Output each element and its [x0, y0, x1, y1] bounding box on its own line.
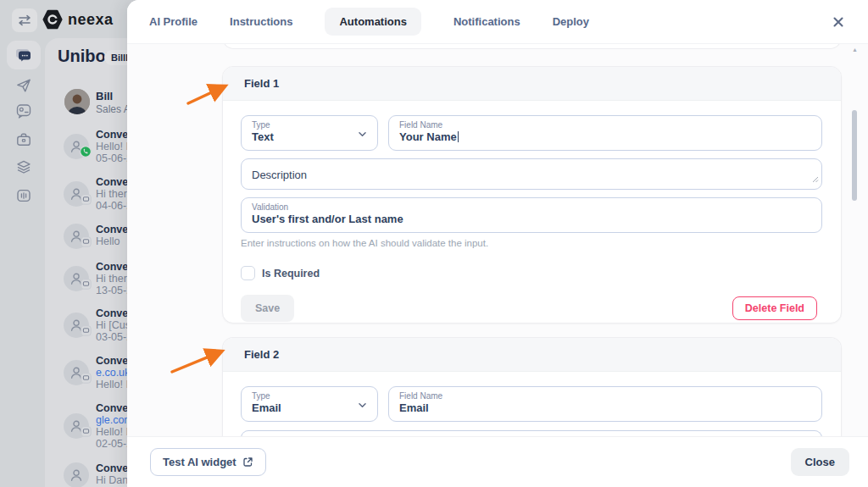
field-card-2: Field 2 Type Email Field Name Email: [222, 337, 842, 436]
brand-name: neexa: [68, 11, 114, 29]
person-avatar-icon: [64, 462, 89, 487]
validation-value: User's first and/or Last name: [252, 213, 811, 226]
neexa-logo-icon: [42, 9, 63, 30]
description-textarea[interactable]: Description: [241, 158, 822, 190]
scrollbar-thumb[interactable]: [852, 110, 857, 201]
scrollbar-up-arrow[interactable]: ▲: [852, 47, 858, 53]
resize-handle-icon[interactable]: [812, 171, 819, 186]
is-required-checkbox[interactable]: [241, 266, 255, 280]
automations-modal: AI Profile Instructions Automations Noti…: [127, 0, 868, 487]
sidebar-item-contacts[interactable]: [7, 97, 41, 125]
validation-input[interactable]: Validation User's first and/or Last name: [241, 197, 822, 233]
tab-deploy[interactable]: Deploy: [553, 15, 589, 28]
previous-card-edge: [222, 44, 842, 49]
description-textarea[interactable]: [241, 430, 822, 436]
save-button[interactable]: Save: [241, 295, 294, 322]
field-name-label: Field Name: [399, 391, 811, 401]
validation-help-text: Enter instructions on how the AI should …: [241, 238, 822, 248]
description-value: Description: [252, 169, 307, 181]
validation-label: Validation: [252, 202, 811, 213]
tab-instructions[interactable]: Instructions: [230, 15, 292, 28]
field-card-header: Field 2: [223, 338, 841, 372]
sidebar-item-widgets[interactable]: [7, 181, 41, 210]
person-avatar-icon: [64, 266, 89, 291]
field-title: Field 1: [244, 77, 279, 90]
person-avatar-icon: [64, 224, 89, 249]
external-link-icon: [242, 457, 253, 468]
tab-ai-profile[interactable]: AI Profile: [149, 15, 198, 28]
widget-icon: [15, 187, 32, 204]
chat-badge-icon: [81, 425, 92, 440]
modal-footer: Test AI widget Close: [127, 436, 868, 487]
type-value: Text: [252, 130, 367, 144]
sidebar-toggle-button[interactable]: [12, 8, 37, 32]
is-required-label: Is Required: [262, 268, 320, 279]
brand-logo: neexa: [42, 9, 114, 30]
field-card-1: Field 1 Type Text Field Name Your Name: [222, 66, 842, 324]
chevron-down-icon: [357, 128, 368, 143]
modal-header: AI Profile Instructions Automations Noti…: [127, 0, 868, 44]
chat-icon: [7, 41, 41, 69]
type-value: Email: [252, 401, 367, 415]
field-card-header: Field 1: [223, 67, 841, 101]
agent-avatar: [64, 89, 90, 114]
field-name-value: Your Name: [399, 130, 457, 143]
field-name-input[interactable]: Field Name Email: [388, 386, 822, 422]
send-icon: [15, 77, 32, 94]
text-caret: [458, 131, 459, 142]
sidebar-toggle-icon: [17, 13, 32, 28]
sidebar-item-integrations[interactable]: [7, 152, 41, 181]
tab-notifications[interactable]: Notifications: [453, 15, 520, 28]
sidebar-item-inbox[interactable]: [7, 41, 41, 69]
modal-tabs: AI Profile Instructions Automations Noti…: [149, 8, 589, 36]
field-name-input[interactable]: Field Name Your Name: [388, 115, 822, 151]
agent-name: Bill: [96, 90, 113, 102]
test-ai-widget-label: Test AI widget: [163, 456, 236, 468]
chat-badge-icon: [81, 324, 92, 340]
type-select[interactable]: Type Email: [241, 386, 378, 422]
chevron-down-icon: [357, 399, 368, 414]
chat-badge-icon: [81, 372, 92, 387]
close-icon[interactable]: [829, 13, 848, 31]
layers-icon: [15, 158, 32, 175]
type-select[interactable]: Type Text: [241, 115, 378, 151]
chat-badge-icon: [81, 278, 92, 293]
person-avatar-icon: [64, 181, 89, 207]
close-button[interactable]: Close: [791, 448, 849, 476]
modal-body: Field 1 Type Text Field Name Your Name: [127, 44, 868, 436]
contacts-icon: [15, 102, 32, 119]
whatsapp-badge-icon: [80, 146, 92, 161]
type-label: Type: [252, 120, 367, 130]
field-title: Field 2: [244, 348, 279, 361]
field-name-value: Email: [399, 401, 811, 415]
sidebar-item-products[interactable]: [7, 125, 41, 154]
sidebar-item-campaigns[interactable]: [7, 71, 41, 100]
tab-automations[interactable]: Automations: [325, 8, 420, 36]
person-avatar-icon: [64, 413, 89, 439]
person-avatar-icon: [64, 313, 89, 338]
person-avatar-icon: [64, 360, 89, 385]
person-avatar-icon: [64, 134, 89, 159]
type-label: Type: [252, 391, 367, 401]
briefcase-icon: [15, 131, 32, 148]
test-ai-widget-button[interactable]: Test AI widget: [150, 448, 266, 476]
delete-field-button[interactable]: Delete Field: [732, 296, 817, 320]
chat-badge-icon: [81, 193, 92, 208]
field-name-label: Field Name: [399, 120, 811, 130]
chat-badge-icon: [81, 235, 92, 251]
